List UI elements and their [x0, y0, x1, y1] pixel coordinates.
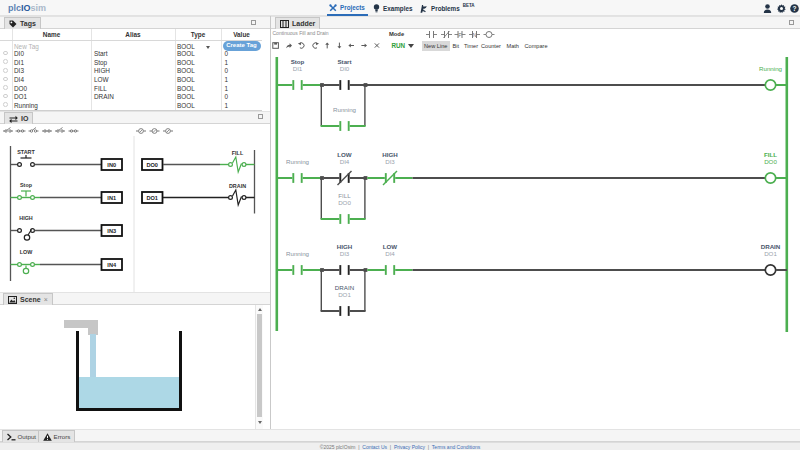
- svg-text:DO0: DO0: [146, 162, 158, 168]
- svg-text:LOW: LOW: [337, 151, 352, 158]
- svg-text:Stop: Stop: [291, 58, 305, 65]
- svg-text:HIGH: HIGH: [19, 215, 33, 221]
- svg-text:LOW: LOW: [20, 249, 33, 255]
- svg-text:Running: Running: [333, 106, 357, 113]
- svg-text:FILL: FILL: [338, 192, 351, 199]
- svg-text:DO0: DO0: [338, 199, 351, 206]
- svg-text:DI3: DI3: [340, 250, 350, 257]
- svg-text:DI4: DI4: [340, 158, 350, 165]
- svg-text:Running: Running: [286, 158, 310, 165]
- svg-text:START: START: [17, 149, 35, 155]
- svg-text:DI0: DI0: [340, 65, 350, 72]
- svg-text:HIGH: HIGH: [337, 243, 353, 250]
- svg-text:DRAIN: DRAIN: [761, 243, 781, 250]
- svg-text:FILL: FILL: [764, 151, 777, 158]
- svg-text:IN4: IN4: [107, 262, 117, 268]
- svg-text:DI4: DI4: [385, 250, 395, 257]
- svg-text:DO1: DO1: [146, 195, 158, 201]
- svg-text:DRAIN: DRAIN: [335, 284, 354, 291]
- svg-text:DRAIN: DRAIN: [229, 183, 246, 189]
- svg-text:DO1: DO1: [338, 291, 351, 298]
- svg-text:DI3: DI3: [385, 158, 395, 165]
- svg-text:IN1: IN1: [107, 195, 116, 201]
- svg-text:DO1: DO1: [764, 250, 777, 257]
- svg-text:Running: Running: [286, 250, 310, 257]
- svg-text:IN0: IN0: [107, 162, 116, 168]
- svg-text:DI1: DI1: [293, 65, 303, 72]
- svg-text:IN3: IN3: [107, 228, 116, 234]
- svg-text:Stop: Stop: [20, 182, 33, 188]
- svg-text:DO0: DO0: [764, 158, 777, 165]
- svg-text:LOW: LOW: [383, 243, 398, 250]
- svg-text:N: N: [473, 32, 477, 38]
- svg-text:Start: Start: [337, 58, 351, 65]
- svg-text:?: ?: [793, 4, 797, 11]
- svg-text:Running: Running: [759, 65, 783, 72]
- svg-text:HIGH: HIGH: [382, 151, 398, 158]
- svg-text:FILL: FILL: [232, 150, 244, 156]
- svg-text:P: P: [458, 32, 462, 38]
